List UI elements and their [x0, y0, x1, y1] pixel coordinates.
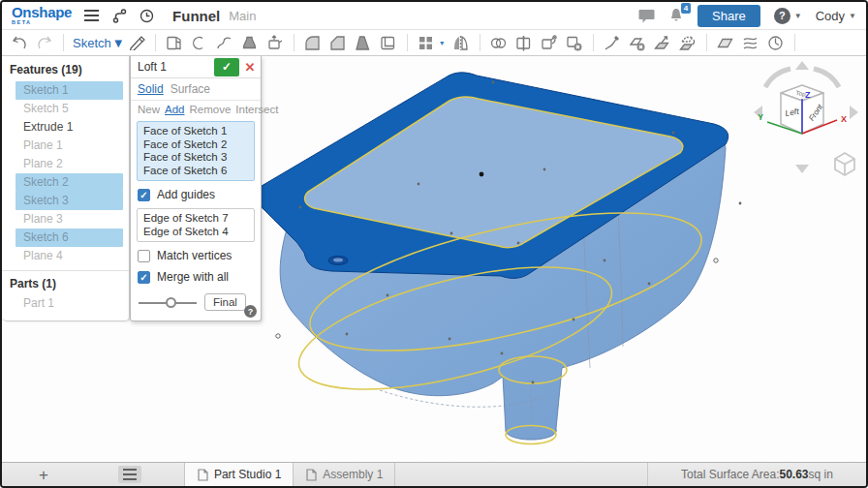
user-menu[interactable]: Cody ▼: [816, 9, 856, 23]
match-vertices-checkbox[interactable]: [138, 250, 150, 262]
sweep-icon[interactable]: [215, 34, 234, 52]
feature-list-item[interactable]: Extrude 1: [16, 118, 123, 137]
cancel-button[interactable]: ✕: [239, 60, 261, 75]
add-tab-button[interactable]: +: [39, 467, 48, 483]
feature-toolbar: Sketch ▼ ▼: [2, 30, 866, 56]
status-unit: sq in: [809, 468, 833, 481]
notification-count-badge: 4: [681, 3, 691, 14]
redo-icon[interactable]: [35, 34, 54, 52]
move-face-icon[interactable]: [653, 34, 672, 52]
feature-label: Sketch 6: [23, 230, 69, 244]
features-header: Features (19): [2, 56, 129, 81]
replace-face-icon[interactable]: [678, 34, 698, 52]
draft-icon[interactable]: [354, 34, 373, 52]
slider-thumb[interactable]: [166, 297, 176, 308]
feature-list-item[interactable]: Plane 4: [16, 247, 123, 265]
hamburger-menu-icon[interactable]: [84, 9, 100, 22]
boolean-mode-option[interactable]: Remove: [189, 104, 231, 115]
part-label: Part 1: [23, 296, 54, 310]
onshape-window: Onshape BETA Funnel Main 4 Share ? ▼: [0, 0, 868, 488]
shell-icon[interactable]: [379, 34, 398, 52]
final-button[interactable]: Final: [204, 293, 246, 311]
chamfer-icon[interactable]: [328, 34, 348, 52]
comments-icon[interactable]: [638, 9, 655, 23]
status-value: 50.63: [780, 468, 809, 481]
boolean-mode-row: NewAddRemoveIntersect: [131, 101, 261, 118]
extrude-icon[interactable]: [165, 34, 184, 52]
revolve-icon[interactable]: [190, 34, 209, 52]
undo-icon[interactable]: [10, 34, 29, 52]
help-menu[interactable]: ? ▼: [774, 8, 802, 24]
document-tab[interactable]: Assembly 1: [294, 463, 395, 486]
boolean-mode-option[interactable]: Intersect: [235, 104, 278, 115]
preview-slider[interactable]: [139, 297, 197, 308]
chevron-down-icon: ▼: [794, 12, 802, 20]
helix-icon[interactable]: [766, 34, 786, 52]
merge-with-all-checkbox[interactable]: [138, 271, 150, 284]
mirror-icon[interactable]: [451, 34, 471, 52]
y-axis-label: Y: [758, 112, 763, 122]
part-list-item[interactable]: Part 1: [16, 294, 123, 313]
delete-face-icon[interactable]: [628, 34, 647, 52]
split-icon[interactable]: [514, 34, 534, 52]
match-vertices-row: Match vertices: [131, 245, 261, 266]
feature-list-item[interactable]: Sketch 3: [16, 192, 123, 210]
feature-list-item[interactable]: Sketch 2: [16, 173, 123, 192]
curve-icon[interactable]: [741, 34, 760, 52]
boolean-icon[interactable]: [489, 34, 509, 52]
loft-dialog-header: Loft 1 ✓ ✕: [131, 56, 261, 78]
feature-label: Sketch 3: [23, 194, 69, 207]
profile-item[interactable]: Face of Sketch 3: [143, 151, 248, 165]
match-vertices-label: Match vertices: [157, 249, 232, 262]
profile-item[interactable]: Face of Sketch 1: [143, 125, 248, 138]
feature-list-item[interactable]: Plane 3: [16, 210, 123, 229]
toolbar-divider: [794, 34, 795, 51]
feature-list-item[interactable]: Sketch 1: [16, 81, 123, 100]
thicken-icon[interactable]: [265, 34, 285, 52]
profile-item[interactable]: Face of Sketch 6: [143, 165, 248, 178]
history-clock-icon[interactable]: [140, 9, 154, 23]
view-cube[interactable]: Top Left Front Z X Y: [752, 60, 860, 182]
rotate-arrows[interactable]: [765, 69, 839, 87]
feature-list-item[interactable]: Plane 2: [16, 155, 123, 173]
fillet-icon[interactable]: [303, 34, 323, 52]
add-guides-checkbox[interactable]: [138, 189, 150, 201]
toolbar-divider: [593, 34, 594, 51]
creation-type-option[interactable]: Solid: [138, 82, 164, 96]
boolean-mode-option[interactable]: Add: [165, 104, 184, 115]
logo-beta-text: BETA: [12, 20, 72, 26]
feature-label: Plane 3: [23, 212, 63, 226]
modify-fillet-icon[interactable]: [603, 34, 622, 52]
transform-icon[interactable]: [540, 34, 559, 52]
isometric-view-icon[interactable]: [835, 153, 854, 175]
loft-icon[interactable]: [240, 34, 260, 52]
tab-label: Part Studio 1: [214, 468, 281, 481]
feature-list-item[interactable]: Sketch 6: [16, 229, 123, 247]
document-tab[interactable]: Part Studio 1: [184, 463, 294, 486]
chevron-down-icon: ▼: [112, 36, 125, 50]
guide-item[interactable]: Edge of Sketch 7: [143, 212, 248, 226]
chevron-down-icon[interactable]: ▼: [439, 40, 446, 46]
tab-label: Assembly 1: [323, 468, 383, 481]
top-bar: Onshape BETA Funnel Main 4 Share ? ▼: [2, 2, 866, 30]
plane-icon[interactable]: [716, 34, 735, 52]
feature-list-item[interactable]: Plane 1: [16, 137, 123, 155]
feature-list-item[interactable]: Sketch 5: [16, 100, 123, 118]
tab-list-icon[interactable]: [118, 466, 141, 483]
sketch-button[interactable]: Sketch ▼: [73, 35, 146, 50]
profile-item[interactable]: Face of Sketch 2: [143, 138, 248, 152]
dialog-help-icon[interactable]: ?: [244, 305, 257, 318]
versions-branch-icon[interactable]: [112, 9, 127, 23]
creation-type-option[interactable]: Surface: [170, 82, 210, 96]
delete-part-icon[interactable]: [565, 34, 584, 52]
guide-item[interactable]: Edge of Sketch 4: [143, 226, 248, 239]
notifications-bell-icon[interactable]: 4: [668, 8, 684, 23]
onshape-logo[interactable]: Onshape BETA: [12, 5, 72, 26]
boolean-mode-option[interactable]: New: [138, 104, 160, 115]
share-button[interactable]: Share: [698, 5, 760, 27]
user-name: Cody: [816, 9, 845, 23]
linear-pattern-icon[interactable]: [417, 34, 436, 52]
accept-button[interactable]: ✓: [214, 58, 239, 76]
feature-label: Sketch 2: [23, 175, 69, 189]
logo-text: Onshape: [12, 5, 72, 19]
